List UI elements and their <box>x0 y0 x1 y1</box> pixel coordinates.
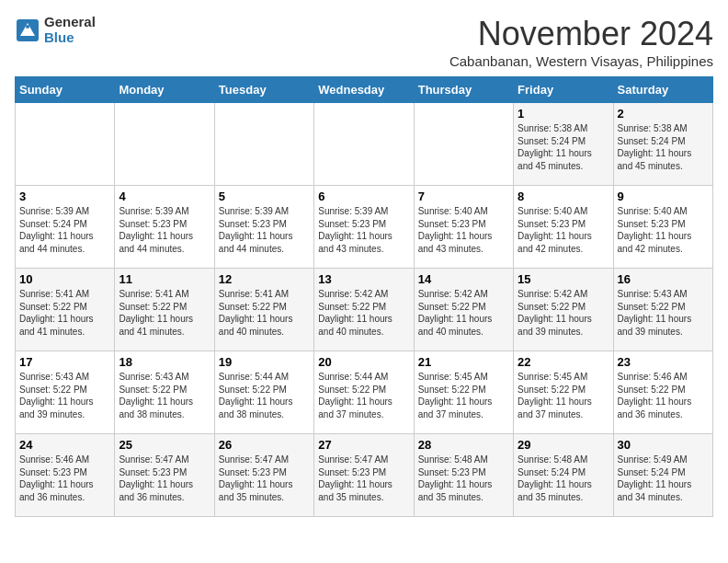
day-info: Sunrise: 5:40 AM Sunset: 5:23 PM Dayligh… <box>418 205 509 255</box>
calendar-cell: 8Sunrise: 5:40 AM Sunset: 5:23 PM Daylig… <box>514 186 613 269</box>
calendar-cell: 29Sunrise: 5:48 AM Sunset: 5:24 PM Dayli… <box>514 434 613 517</box>
calendar-table: SundayMondayTuesdayWednesdayThursdayFrid… <box>15 76 713 517</box>
header: General Blue November 2024 Cabanbanan, W… <box>15 15 713 69</box>
calendar-cell: 6Sunrise: 5:39 AM Sunset: 5:23 PM Daylig… <box>314 186 414 269</box>
calendar-cell: 17Sunrise: 5:43 AM Sunset: 5:22 PM Dayli… <box>16 351 115 434</box>
calendar-cell: 4Sunrise: 5:39 AM Sunset: 5:23 PM Daylig… <box>115 186 214 269</box>
day-number: 28 <box>418 438 509 452</box>
calendar-cell: 14Sunrise: 5:42 AM Sunset: 5:22 PM Dayli… <box>414 269 513 351</box>
day-number: 5 <box>219 190 310 203</box>
day-info: Sunrise: 5:44 AM Sunset: 5:22 PM Dayligh… <box>318 371 409 420</box>
calendar-week-2: 3Sunrise: 5:39 AM Sunset: 5:24 PM Daylig… <box>16 186 713 269</box>
day-info: Sunrise: 5:40 AM Sunset: 5:23 PM Dayligh… <box>618 205 709 255</box>
day-number: 14 <box>418 272 509 286</box>
calendar-cell: 15Sunrise: 5:42 AM Sunset: 5:22 PM Dayli… <box>514 269 613 351</box>
day-info: Sunrise: 5:42 AM Sunset: 5:22 PM Dayligh… <box>318 288 409 338</box>
day-info: Sunrise: 5:39 AM Sunset: 5:23 PM Dayligh… <box>119 205 210 255</box>
day-number: 24 <box>19 438 110 452</box>
day-info: Sunrise: 5:48 AM Sunset: 5:23 PM Dayligh… <box>418 454 509 503</box>
day-info: Sunrise: 5:49 AM Sunset: 5:24 PM Dayligh… <box>618 454 709 503</box>
weekday-header-thursday: Thursday <box>414 77 513 103</box>
calendar-cell: 21Sunrise: 5:45 AM Sunset: 5:22 PM Dayli… <box>414 351 513 434</box>
calendar-cell: 12Sunrise: 5:41 AM Sunset: 5:22 PM Dayli… <box>214 269 313 351</box>
day-number: 4 <box>119 190 210 203</box>
weekday-header-wednesday: Wednesday <box>314 77 414 103</box>
calendar-cell: 16Sunrise: 5:43 AM Sunset: 5:22 PM Dayli… <box>613 269 712 351</box>
day-info: Sunrise: 5:39 AM Sunset: 5:23 PM Dayligh… <box>318 205 409 255</box>
weekday-header-monday: Monday <box>115 77 214 103</box>
calendar-cell: 10Sunrise: 5:41 AM Sunset: 5:22 PM Dayli… <box>16 269 115 351</box>
weekday-header-saturday: Saturday <box>613 77 712 103</box>
calendar-week-3: 10Sunrise: 5:41 AM Sunset: 5:22 PM Dayli… <box>16 269 713 351</box>
weekday-header-sunday: Sunday <box>16 77 115 103</box>
day-number: 16 <box>618 272 709 286</box>
day-number: 9 <box>618 190 709 203</box>
day-info: Sunrise: 5:41 AM Sunset: 5:22 PM Dayligh… <box>219 288 310 338</box>
calendar-cell <box>214 103 313 186</box>
day-number: 6 <box>318 190 409 203</box>
day-info: Sunrise: 5:46 AM Sunset: 5:22 PM Dayligh… <box>618 371 709 420</box>
location-subtitle: Cabanbanan, Western Visayas, Philippines <box>449 53 713 69</box>
weekday-header-friday: Friday <box>514 77 613 103</box>
day-info: Sunrise: 5:48 AM Sunset: 5:24 PM Dayligh… <box>518 454 609 503</box>
day-number: 17 <box>19 355 110 369</box>
calendar-cell: 7Sunrise: 5:40 AM Sunset: 5:23 PM Daylig… <box>414 186 513 269</box>
day-number: 22 <box>518 355 609 369</box>
day-number: 12 <box>219 272 310 286</box>
calendar-cell: 11Sunrise: 5:41 AM Sunset: 5:22 PM Dayli… <box>115 269 214 351</box>
day-info: Sunrise: 5:44 AM Sunset: 5:22 PM Dayligh… <box>219 371 310 420</box>
day-number: 3 <box>19 190 110 203</box>
day-info: Sunrise: 5:41 AM Sunset: 5:22 PM Dayligh… <box>19 288 110 338</box>
day-info: Sunrise: 5:45 AM Sunset: 5:22 PM Dayligh… <box>518 371 609 420</box>
logo: General Blue <box>15 15 96 45</box>
calendar-cell: 22Sunrise: 5:45 AM Sunset: 5:22 PM Dayli… <box>514 351 613 434</box>
day-number: 7 <box>418 190 509 203</box>
day-number: 29 <box>518 438 609 452</box>
day-number: 21 <box>418 355 509 369</box>
calendar-week-4: 17Sunrise: 5:43 AM Sunset: 5:22 PM Dayli… <box>16 351 713 434</box>
calendar-cell: 19Sunrise: 5:44 AM Sunset: 5:22 PM Dayli… <box>214 351 313 434</box>
calendar-cell: 2Sunrise: 5:38 AM Sunset: 5:24 PM Daylig… <box>613 103 712 186</box>
calendar-week-1: 1Sunrise: 5:38 AM Sunset: 5:24 PM Daylig… <box>16 103 713 186</box>
day-number: 8 <box>518 190 609 203</box>
day-info: Sunrise: 5:42 AM Sunset: 5:22 PM Dayligh… <box>418 288 509 338</box>
day-info: Sunrise: 5:39 AM Sunset: 5:23 PM Dayligh… <box>219 205 310 255</box>
calendar-cell <box>16 103 115 186</box>
day-info: Sunrise: 5:46 AM Sunset: 5:23 PM Dayligh… <box>19 454 110 503</box>
day-number: 2 <box>618 107 709 121</box>
calendar-cell: 13Sunrise: 5:42 AM Sunset: 5:22 PM Dayli… <box>314 269 414 351</box>
weekday-header-row: SundayMondayTuesdayWednesdayThursdayFrid… <box>16 77 713 103</box>
calendar-week-5: 24Sunrise: 5:46 AM Sunset: 5:23 PM Dayli… <box>16 434 713 517</box>
day-info: Sunrise: 5:43 AM Sunset: 5:22 PM Dayligh… <box>119 371 210 420</box>
day-number: 27 <box>318 438 409 452</box>
day-number: 11 <box>119 272 210 286</box>
day-number: 18 <box>119 355 210 369</box>
day-info: Sunrise: 5:43 AM Sunset: 5:22 PM Dayligh… <box>19 371 110 420</box>
month-title: November 2024 <box>449 15 713 53</box>
day-number: 10 <box>19 272 110 286</box>
calendar-cell: 24Sunrise: 5:46 AM Sunset: 5:23 PM Dayli… <box>16 434 115 517</box>
calendar-cell: 5Sunrise: 5:39 AM Sunset: 5:23 PM Daylig… <box>214 186 313 269</box>
day-info: Sunrise: 5:38 AM Sunset: 5:24 PM Dayligh… <box>618 122 709 172</box>
svg-point-2 <box>26 25 29 29</box>
day-info: Sunrise: 5:42 AM Sunset: 5:22 PM Dayligh… <box>518 288 609 338</box>
day-number: 19 <box>219 355 310 369</box>
day-info: Sunrise: 5:40 AM Sunset: 5:23 PM Dayligh… <box>518 205 609 255</box>
weekday-header-tuesday: Tuesday <box>214 77 313 103</box>
calendar-cell: 28Sunrise: 5:48 AM Sunset: 5:23 PM Dayli… <box>414 434 513 517</box>
calendar-cell: 18Sunrise: 5:43 AM Sunset: 5:22 PM Dayli… <box>115 351 214 434</box>
title-area: November 2024 Cabanbanan, Western Visaya… <box>449 15 713 69</box>
day-number: 23 <box>618 355 709 369</box>
calendar-cell <box>414 103 513 186</box>
day-info: Sunrise: 5:38 AM Sunset: 5:24 PM Dayligh… <box>518 122 609 172</box>
day-info: Sunrise: 5:47 AM Sunset: 5:23 PM Dayligh… <box>318 454 409 503</box>
day-info: Sunrise: 5:43 AM Sunset: 5:22 PM Dayligh… <box>618 288 709 338</box>
calendar-cell: 26Sunrise: 5:47 AM Sunset: 5:23 PM Dayli… <box>214 434 313 517</box>
day-info: Sunrise: 5:41 AM Sunset: 5:22 PM Dayligh… <box>119 288 210 338</box>
logo-general-text: General <box>44 15 96 30</box>
logo-icon <box>15 17 40 43</box>
day-number: 20 <box>318 355 409 369</box>
day-number: 30 <box>618 438 709 452</box>
calendar-cell <box>115 103 214 186</box>
day-info: Sunrise: 5:39 AM Sunset: 5:24 PM Dayligh… <box>19 205 110 255</box>
